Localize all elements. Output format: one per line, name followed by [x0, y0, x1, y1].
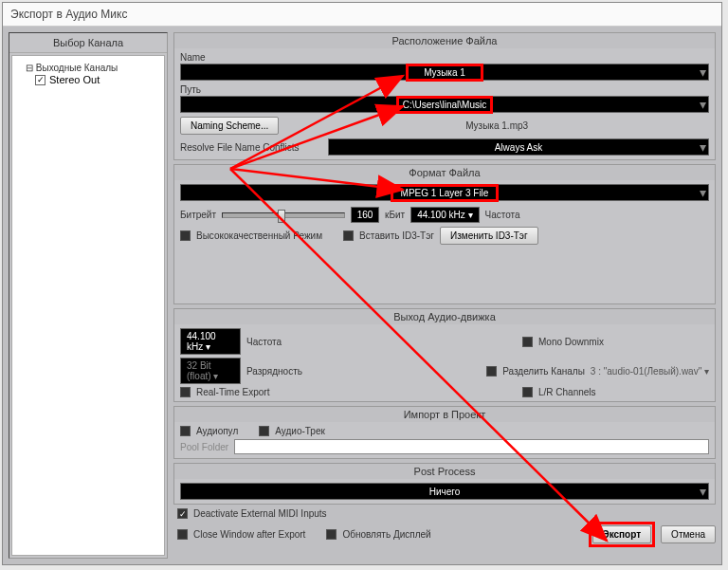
export-button[interactable]: Экспорт [592, 525, 652, 543]
split-checkbox[interactable] [486, 366, 497, 377]
post-dropdown-icon[interactable]: ▾ [700, 485, 706, 498]
output-filename: Музыка 1.mp3 [284, 120, 709, 131]
engine-samplerate[interactable]: 44.100 kHz ▾ [180, 328, 241, 355]
path-dropdown-icon[interactable]: ▾ [700, 98, 706, 111]
conflicts-label: Resolve File Name Conflicts [180, 142, 322, 153]
audiopool-label: Аудиопул [196, 426, 238, 436]
bitrate-slider[interactable] [222, 212, 345, 218]
stereo-out-checkbox[interactable]: ✓ [35, 75, 46, 85]
channel-tree: ⊟ Выходные Каналы ✓ Stereo Out [11, 55, 165, 556]
path-label: Путь [180, 84, 709, 95]
post-value: Ничего [429, 487, 461, 497]
engine-bitdepth[interactable]: 32 Bit (float) ▾ [180, 358, 241, 384]
name-field[interactable]: Музыка 1 ▾ [180, 64, 709, 81]
midi-checkbox[interactable] [177, 508, 188, 519]
settings-panel: Расположение Файла Name Музыка 1 ▾ Путь … [173, 32, 716, 559]
audiopool-checkbox[interactable] [180, 426, 191, 436]
naming-scheme-button[interactable]: Naming Scheme... [180, 117, 279, 135]
id3-label: Вставить ID3-Тэг [359, 230, 434, 241]
audiotrack-checkbox[interactable] [259, 426, 269, 436]
conflicts-dropdown-icon[interactable]: ▾ [700, 140, 706, 154]
mono-label: Mono Downmix [538, 337, 709, 347]
update-checkbox[interactable] [326, 529, 337, 540]
stereo-out-label: Stereo Out [49, 74, 100, 85]
realtime-label: Real-Time Export [196, 387, 269, 397]
lr-label: L/R Channels [538, 387, 709, 397]
realtime-checkbox[interactable] [180, 387, 191, 397]
audio-engine-section: Выход Аудио-движка 44.100 kHz ▾ Частота … [173, 308, 716, 402]
name-label: Name [180, 52, 709, 63]
channel-selection-panel: Выбор Канала ⊟ Выходные Каналы ✓ Stereo … [9, 32, 168, 559]
import-project-section: Импорт в Проект Аудиопул Аудио-Трек Pool… [173, 406, 716, 459]
format-value: MPEG 1 Layer 3 File [391, 184, 500, 202]
hq-label: Высококачественный Режим [196, 230, 322, 241]
cancel-button[interactable]: Отмена [661, 525, 716, 543]
id3-checkbox[interactable] [343, 230, 354, 241]
close-label: Close Window after Export [193, 529, 305, 540]
audiotrack-label: Аудио-Трек [275, 426, 325, 436]
window-title: Экспорт в Аудио Микс [3, 3, 721, 27]
slider-thumb-icon[interactable] [278, 210, 285, 223]
tree-stereo-out[interactable]: ✓ Stereo Out [16, 74, 160, 85]
file-location-title: Расположение Файла [174, 33, 715, 48]
bitrate-label: Битрейт [180, 210, 216, 220]
file-location-section: Расположение Файла Name Музыка 1 ▾ Путь … [173, 32, 716, 160]
kbit-label: кБит [385, 210, 405, 220]
audio-engine-title: Выход Аудио-движка [174, 309, 715, 324]
lr-checkbox[interactable] [522, 387, 533, 397]
poolfolder-input[interactable] [234, 439, 709, 454]
import-title: Импорт в Проект [174, 407, 715, 422]
format-field[interactable]: MPEG 1 Layer 3 File ▾ [180, 184, 709, 201]
samplerate-field[interactable]: 44.100 kHz ▾ [410, 207, 479, 223]
channel-panel-title: Выбор Канала [9, 33, 167, 53]
poolfolder-label: Pool Folder [180, 442, 228, 452]
samplerate-label: Частота [485, 210, 520, 220]
file-format-title: Формат Файла [174, 165, 715, 180]
engine-samplerate-label: Частота [246, 337, 282, 347]
tree-output-channels[interactable]: ⊟ Выходные Каналы [16, 62, 160, 74]
path-field[interactable]: C:\Users\linal\Music ▾ [180, 96, 709, 113]
mono-checkbox[interactable] [522, 337, 533, 347]
midi-label: Deactivate External MIDI Inputs [193, 508, 327, 519]
post-process-section: Post Process Ничего ▾ [173, 463, 716, 505]
update-label: Обновлять Дисплей [342, 529, 430, 540]
split-label: Разделить Каналы [502, 366, 585, 377]
export-highlight: Экспорт [589, 522, 656, 547]
file-format-section: Формат Файла MPEG 1 Layer 3 File ▾ Битре… [173, 164, 716, 304]
conflicts-value: Always Ask [495, 142, 543, 153]
post-title: Post Process [174, 464, 715, 479]
split-example: 3 : "audio-01(Левый).wav" ▾ [591, 366, 709, 377]
format-dropdown-icon[interactable]: ▾ [700, 186, 706, 199]
path-value: C:\Users\linal\Music [396, 96, 493, 114]
name-value: Музыка 1 [406, 64, 483, 82]
conflicts-field[interactable]: Always Ask ▾ [328, 138, 709, 156]
engine-bitdepth-label: Разрядность [246, 366, 302, 377]
main-area: Выбор Канала ⊟ Выходные Каналы ✓ Stereo … [3, 27, 721, 564]
export-dialog: Экспорт в Аудио Микс Выбор Канала ⊟ Выхо… [2, 2, 722, 565]
hq-checkbox[interactable] [180, 230, 191, 241]
name-dropdown-icon[interactable]: ▾ [700, 65, 706, 79]
edit-id3-button[interactable]: Изменить ID3-Тэг [440, 227, 538, 245]
close-checkbox[interactable] [177, 529, 188, 540]
bottom-area: Deactivate External MIDI Inputs Close Wi… [173, 508, 716, 547]
post-field[interactable]: Ничего ▾ [180, 483, 709, 500]
bitrate-value[interactable]: 160 [351, 207, 379, 223]
